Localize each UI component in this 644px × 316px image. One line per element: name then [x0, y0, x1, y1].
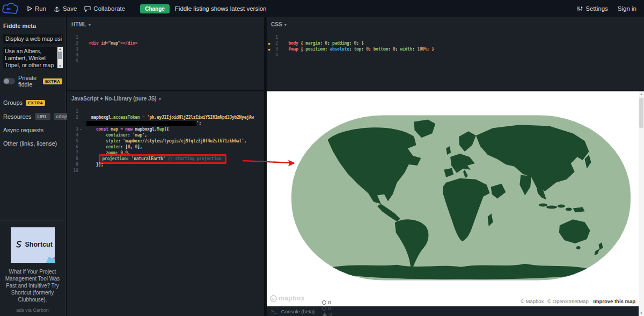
jsfiddle-logo[interactable]: ∞	[1, 2, 19, 16]
world-map-natural-earth[interactable]	[290, 114, 632, 282]
code-token: }	[431, 47, 434, 52]
code-token: margin	[305, 41, 320, 46]
fiddle-description-textarea[interactable]: Use an Albers, Lambert, Winkel Tripel, o…	[3, 47, 63, 68]
improve-map-link[interactable]: Improve this map	[593, 298, 635, 304]
sidebar-item-async[interactable]: Async requests	[3, 127, 62, 133]
code-line[interactable]: body { margin: 0; padding: 0; }	[286, 40, 644, 46]
html-panel-title: HTML	[71, 21, 86, 27]
code-line[interactable]	[86, 109, 264, 114]
console-counters: 0000	[314, 299, 332, 316]
shortcut-logo-icon	[15, 240, 23, 248]
extra-badge: EXTRA	[43, 78, 62, 84]
code-line[interactable]	[86, 168, 264, 174]
fiddle-status-text: Fiddle listing shows latest version	[175, 5, 267, 12]
mapbox-logo-text: mapbox	[279, 295, 305, 302]
sidebar-item-groups[interactable]: Groups EXTRA	[3, 99, 62, 106]
fold-arrow-icon[interactable]: ▾	[78, 126, 83, 132]
change-badge[interactable]: Change	[140, 4, 170, 13]
code-line[interactable]: style: 'mapbox://styles/tycgis/cj9fqtz3j…	[86, 138, 264, 144]
code-line[interactable]: projection: 'naturalEarth' // starting p…	[86, 156, 264, 162]
code-token: new	[125, 127, 133, 132]
mapbox-attribution-link[interactable]: © Mapbox	[521, 298, 544, 304]
groups-label: Groups	[3, 99, 23, 106]
code-line[interactable]: #map { position: absolute; top: 0; botto…	[286, 46, 644, 52]
code-line[interactable]: ';	[86, 120, 264, 126]
code-token: mapboxgl	[133, 127, 155, 132]
js-code[interactable]: mapboxgl.accessToken = 'pk.eyJ1IjoidHljZ…	[83, 109, 264, 316]
run-button[interactable]: Run	[27, 5, 46, 12]
code-token: id	[101, 41, 106, 46]
code-token: :	[349, 41, 354, 46]
ad-via-label[interactable]: ads via Carbon	[4, 307, 61, 313]
ad-image[interactable]: Shortcut	[11, 227, 55, 263]
code-token: Map	[157, 127, 164, 132]
fiddle-title-input[interactable]: Display a web map using an alt	[3, 34, 63, 44]
css-code[interactable]: body { margin: 0; padding: 0; } #map { p…	[283, 34, 644, 90]
code-token: 'naturalEarth'	[131, 156, 165, 161]
gutter-line: 10	[67, 168, 83, 174]
scroll-down-icon[interactable]: ▼	[639, 311, 644, 316]
async-label: Async requests	[3, 127, 43, 133]
osm-attribution-link[interactable]: © OpenStreetMap	[547, 298, 589, 304]
save-button[interactable]: Save	[54, 5, 77, 12]
console-bar[interactable]: >_ Console (beta) 0000	[267, 306, 639, 316]
code-line[interactable]: mapboxgl.accessToken = 'pk.eyJ1IjoidHljZ…	[86, 114, 264, 120]
sidebar-item-resources[interactable]: Resources URL cdnjs 2	[3, 113, 62, 120]
code-token: :	[388, 47, 393, 52]
chevron-down-icon: ▼	[87, 23, 91, 27]
gutter-line: 3	[67, 46, 83, 52]
textarea-scrollbar[interactable]: ▲ ▼	[57, 47, 63, 68]
js-panel-title: JavaScript + No-Library (pure JS)	[71, 96, 157, 102]
code-token: 'mapbox://styles/tycgis/cj9fqtz3j0f4u2sl…	[123, 139, 244, 143]
gutter-line: ●3	[267, 46, 283, 52]
html-code-editor[interactable]: 12345 <div id="map"></div>	[67, 34, 264, 90]
css-panel-header[interactable]: CSS ▼	[271, 21, 287, 27]
code-line[interactable]: const map = new mapboxgl.Map({	[86, 126, 264, 132]
scroll-down-icon[interactable]: ▼	[57, 64, 63, 68]
scroll-up-icon[interactable]: ▲	[639, 91, 644, 97]
js-editor-panel: JavaScript + No-Library (pure JS) ▼ 123▾…	[67, 91, 264, 316]
code-line[interactable]	[86, 58, 264, 64]
code-token: ,	[144, 133, 147, 138]
sign-in-link[interactable]: Sign in	[618, 5, 636, 12]
css-code-editor[interactable]: 1●2●34 body { margin: 0; padding: 0; } #…	[267, 34, 644, 90]
sidebar-item-other[interactable]: Other (links, license)	[3, 140, 62, 147]
code-token: ,	[244, 139, 247, 143]
counter-value: 0	[328, 299, 331, 305]
scrollbar-thumb[interactable]	[58, 52, 62, 59]
code-line[interactable]	[286, 34, 644, 40]
code-line[interactable]: <div id="map"></div>	[86, 40, 264, 46]
scroll-up-icon[interactable]: ▲	[57, 47, 63, 51]
error-icon	[322, 300, 326, 305]
url-chip[interactable]: URL	[35, 113, 50, 120]
code-token: mapboxgl	[86, 115, 111, 120]
console-counter: 0	[322, 311, 332, 316]
code-line[interactable]: center: [0, 0],	[86, 144, 264, 150]
code-token: ;	[356, 41, 361, 46]
html-panel-header[interactable]: HTML ▼	[71, 21, 91, 27]
js-code-editor[interactable]: 123▾45678910 mapboxgl.accessToken = 'pk.…	[67, 109, 264, 316]
code-line[interactable]	[86, 52, 264, 58]
code-line[interactable]	[86, 46, 264, 52]
code-line[interactable]: container: 'map',	[86, 132, 264, 138]
settings-button[interactable]: Settings	[577, 5, 608, 12]
code-line[interactable]	[286, 52, 644, 58]
js-panel-header[interactable]: JavaScript + No-Library (pure JS) ▼	[71, 96, 162, 102]
scrollbar-thumb[interactable]	[639, 98, 643, 128]
private-fiddle-toggle[interactable]	[3, 78, 15, 84]
result-scrollbar[interactable]: ▲ ▼	[639, 91, 644, 316]
settings-label: Settings	[586, 5, 608, 12]
html-gutter: 12345	[67, 34, 83, 90]
map-attribution: © Mapbox © OpenStreetMap Improve this ma…	[518, 298, 635, 304]
ad-text[interactable]: What if Your Project Management Tool Was…	[4, 268, 61, 303]
mapbox-logo[interactable]: o mapbox	[270, 295, 305, 302]
lint-warning-icon: ●	[267, 40, 272, 46]
ad-brand-name: Shortcut	[25, 241, 53, 248]
collaborate-button[interactable]: Collaborate	[84, 5, 125, 12]
svg-text:∞: ∞	[6, 5, 11, 12]
code-line[interactable]	[86, 34, 264, 40]
html-code[interactable]: <div id="map"></div>	[83, 34, 264, 90]
code-token: projection	[103, 156, 127, 161]
code-token: ],	[137, 145, 142, 149]
counter-value: 0	[329, 311, 332, 316]
